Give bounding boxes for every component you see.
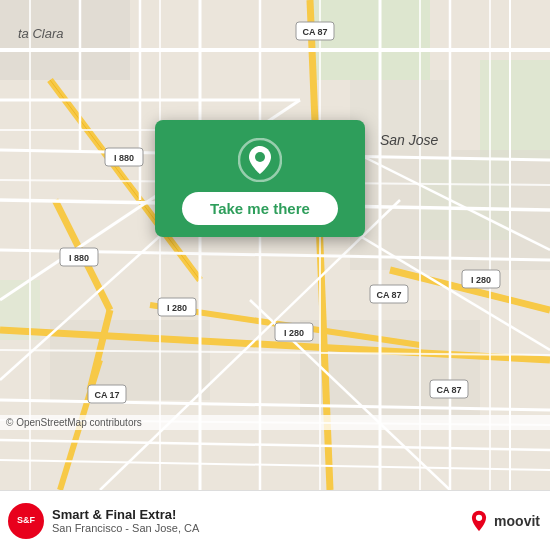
copyright-bar: © OpenStreetMap contributors	[0, 415, 550, 430]
moovit-logo: moovit	[468, 510, 540, 532]
store-location: San Francisco - San Jose, CA	[52, 522, 468, 534]
svg-text:I 280: I 280	[471, 275, 491, 285]
svg-text:I 280: I 280	[284, 328, 304, 338]
store-logo-text: S&F	[17, 516, 35, 526]
svg-text:ta Clara: ta Clara	[18, 26, 64, 41]
store-name: Smart & Final Extra!	[52, 507, 468, 522]
take-me-there-button[interactable]: Take me there	[182, 192, 338, 225]
svg-point-72	[476, 514, 482, 520]
moovit-pin-icon	[468, 510, 490, 532]
svg-text:I 880: I 880	[114, 153, 134, 163]
store-info: Smart & Final Extra! San Francisco - San…	[52, 507, 468, 534]
svg-text:CA 87: CA 87	[436, 385, 461, 395]
svg-point-71	[255, 152, 265, 162]
svg-text:CA 87: CA 87	[302, 27, 327, 37]
svg-text:I 280: I 280	[167, 303, 187, 313]
svg-text:San Jose: San Jose	[380, 132, 439, 148]
store-logo: S&F	[8, 503, 44, 539]
moovit-text: moovit	[494, 513, 540, 529]
location-card: Take me there	[155, 120, 365, 237]
bottom-bar: S&F Smart & Final Extra! San Francisco -…	[0, 490, 550, 550]
location-pin-icon	[238, 138, 282, 182]
copyright-text: © OpenStreetMap contributors	[6, 417, 142, 428]
map-container[interactable]: I 880 I 880 I 280 I 280 CA 87 CA 87 CA 8…	[0, 0, 550, 490]
svg-text:CA 87: CA 87	[376, 290, 401, 300]
svg-text:CA 17: CA 17	[94, 390, 119, 400]
svg-text:I 880: I 880	[69, 253, 89, 263]
